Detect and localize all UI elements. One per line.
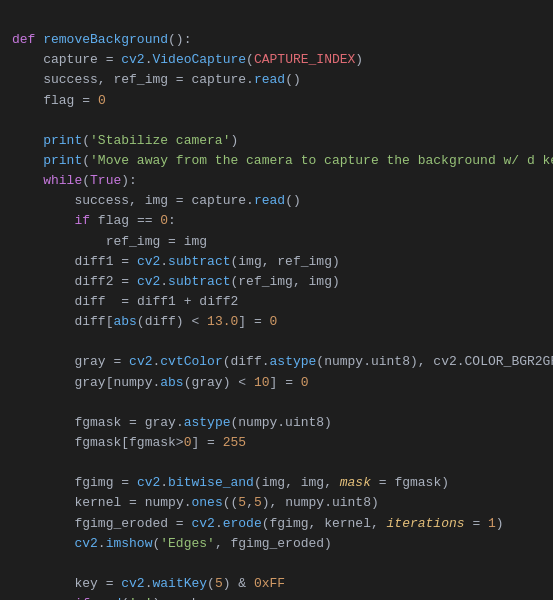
code-editor: def removeBackground(): capture = cv2.Vi… [0,0,553,600]
function-name: removeBackground [43,32,168,47]
keyword-def: def [12,32,35,47]
var-capture: capture [43,52,98,67]
